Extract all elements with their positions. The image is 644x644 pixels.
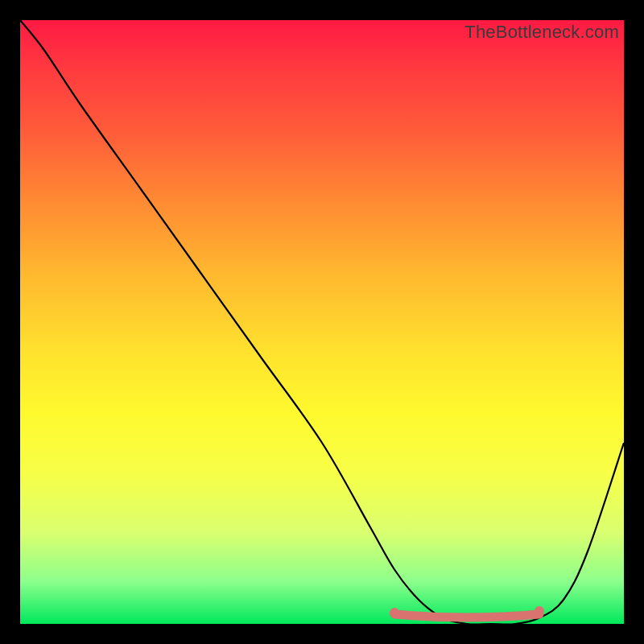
chart-plot-area: TheBottleneck.com xyxy=(20,20,624,624)
highlight-end-dot xyxy=(535,606,544,616)
highlight-segment xyxy=(394,614,539,617)
highlight-start-dot xyxy=(390,608,399,617)
bottleneck-curve xyxy=(20,20,624,624)
chart-svg xyxy=(20,20,624,624)
